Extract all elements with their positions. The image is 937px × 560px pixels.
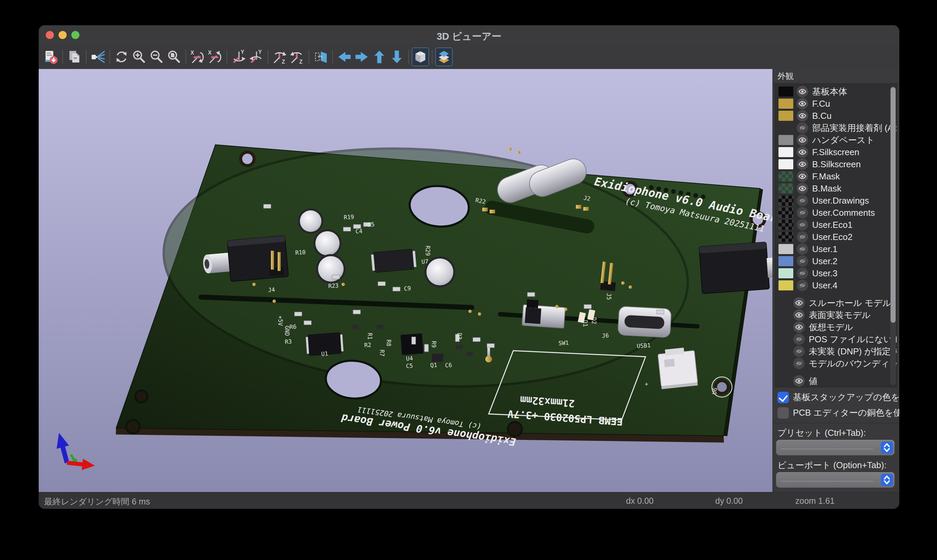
visibility-toggle[interactable] (797, 86, 808, 97)
layer-color-swatch[interactable] (779, 244, 793, 254)
visibility-toggle[interactable] (797, 280, 808, 291)
layer-row[interactable]: User.1 (775, 243, 897, 255)
layer-label: 仮想モデル (809, 322, 853, 333)
visibility-toggle[interactable] (797, 171, 808, 182)
visibility-toggle[interactable] (797, 268, 808, 279)
use-pcb-editor-copper-checkbox[interactable] (777, 407, 789, 418)
layer-color-swatch[interactable] (779, 171, 793, 182)
show-layers-manager-button[interactable] (435, 48, 453, 66)
layer-label: B.Silkscreen (812, 159, 861, 169)
layer-row[interactable]: 部品実装用接着剤 (Adh (775, 122, 897, 134)
layer-row[interactable]: User.2 (775, 255, 897, 267)
titlebar[interactable]: 3D ビューアー (39, 25, 899, 45)
visibility-toggle[interactable] (793, 322, 805, 333)
zoom-out-button[interactable] (148, 48, 165, 66)
layer-row[interactable]: B.Silkscreen (775, 158, 897, 170)
move-left-button[interactable] (335, 48, 353, 66)
move-down-button[interactable] (388, 48, 406, 66)
visibility-toggle[interactable] (793, 358, 805, 369)
use-stackup-colors-checkbox[interactable] (777, 392, 789, 403)
visibility-toggle[interactable] (797, 98, 808, 109)
copy-button[interactable] (66, 48, 83, 66)
layer-label: ハンダペースト (812, 134, 875, 146)
visibility-toggle[interactable] (797, 146, 808, 158)
layer-row[interactable]: User.Eco1 (775, 219, 897, 231)
visibility-toggle[interactable] (797, 122, 808, 134)
layer-row[interactable]: 基板本体 (775, 86, 897, 98)
layer-row[interactable]: User.Comments (775, 207, 897, 219)
layer-row[interactable]: User.Eco2 (775, 231, 897, 243)
orthographic-projection-button[interactable] (412, 48, 429, 66)
layer-row[interactable]: User.Drawings (775, 194, 897, 207)
layer-color-swatch[interactable] (779, 111, 793, 121)
stepper-icon[interactable] (881, 442, 893, 454)
scrollbar-thumb[interactable] (891, 87, 895, 323)
move-up-button[interactable] (371, 48, 388, 66)
visibility-toggle[interactable] (797, 110, 808, 122)
layer-color-swatch[interactable] (779, 98, 793, 109)
visibility-toggle[interactable] (797, 158, 808, 170)
visibility-toggle[interactable] (797, 243, 808, 255)
zoom-to-fit-button[interactable] (165, 48, 183, 66)
move-right-button[interactable] (353, 48, 371, 66)
visibility-toggle[interactable] (797, 183, 808, 194)
layer-color-swatch[interactable] (779, 232, 793, 242)
rotate-z-clockwise-button[interactable]: Z (271, 48, 288, 66)
layer-color-swatch[interactable] (779, 86, 793, 97)
layer-color-swatch[interactable] (779, 195, 793, 206)
model-option-row[interactable]: POS ファイルにないモ (775, 333, 897, 345)
model-option-row[interactable]: 表面実装モデル (775, 309, 897, 321)
model-option-row[interactable]: 仮想モデル (775, 321, 897, 333)
visibility-toggle[interactable] (797, 231, 808, 243)
layer-row[interactable]: B.Cu (775, 110, 897, 122)
layer-color-swatch[interactable] (779, 123, 793, 133)
rotate-x-counterclockwise-button[interactable]: X (206, 48, 224, 66)
value-option-row[interactable]: 値 (775, 375, 897, 387)
rotate-y-counterclockwise-button[interactable]: Y (248, 48, 265, 66)
visibility-toggle[interactable] (797, 195, 808, 206)
layer-list-scrollbar[interactable] (890, 86, 896, 385)
rotate-x-clockwise-button[interactable]: X (189, 48, 206, 66)
layer-row[interactable]: F.Mask (775, 170, 897, 182)
layer-color-swatch[interactable] (779, 256, 793, 266)
layer-row[interactable]: B.Mask (775, 182, 897, 194)
visibility-toggle[interactable] (793, 346, 805, 357)
layer-color-swatch[interactable] (779, 159, 793, 169)
visibility-toggle[interactable] (793, 297, 805, 309)
layer-color-swatch[interactable] (779, 147, 793, 157)
visibility-toggle[interactable] (797, 255, 808, 267)
flip-board-button[interactable] (312, 48, 329, 66)
layer-color-swatch[interactable] (779, 280, 793, 291)
ref-designator: J5 (605, 293, 612, 300)
layer-color-swatch[interactable] (779, 183, 793, 194)
3d-viewer-window: 3D ビューアー X (39, 25, 899, 509)
layer-color-swatch[interactable] (779, 208, 793, 218)
layer-row[interactable]: F.Cu (775, 98, 897, 110)
stepper-icon[interactable] (881, 474, 893, 486)
model-option-row[interactable]: 未実装 (DNP) が指定さ (775, 345, 897, 357)
layer-row[interactable]: ハンダペースト (775, 134, 897, 146)
3d-canvas[interactable]: Exidiophone v6.0 Audio Board (c) Tomoya … (39, 69, 772, 492)
layer-color-swatch[interactable] (779, 220, 793, 230)
layer-color-swatch[interactable] (779, 135, 793, 145)
layer-row[interactable]: F.Silkscreen (775, 146, 897, 158)
visibility-toggle[interactable] (793, 375, 805, 387)
visibility-toggle[interactable] (793, 309, 805, 321)
visibility-toggle[interactable] (797, 134, 808, 146)
layer-row[interactable]: User.3 (775, 267, 897, 279)
zoom-in-button[interactable] (130, 48, 148, 66)
preset-select[interactable] (776, 440, 895, 455)
export-button[interactable] (42, 48, 60, 66)
model-option-row[interactable]: スルーホール モデル (775, 297, 897, 309)
visibility-toggle[interactable] (793, 334, 805, 345)
visibility-toggle[interactable] (797, 219, 808, 231)
render-current-view-button[interactable] (89, 48, 107, 66)
rotate-z-counterclockwise-button[interactable]: Z (288, 48, 306, 66)
layer-color-swatch[interactable] (779, 268, 793, 278)
redraw-button[interactable] (113, 48, 130, 66)
layer-row[interactable]: User.4 (775, 279, 897, 291)
visibility-toggle[interactable] (797, 207, 808, 218)
model-option-row[interactable]: モデルのバウンディング (775, 357, 897, 369)
viewport-select[interactable] (776, 472, 895, 488)
rotate-y-clockwise-button[interactable]: Y (230, 48, 248, 66)
